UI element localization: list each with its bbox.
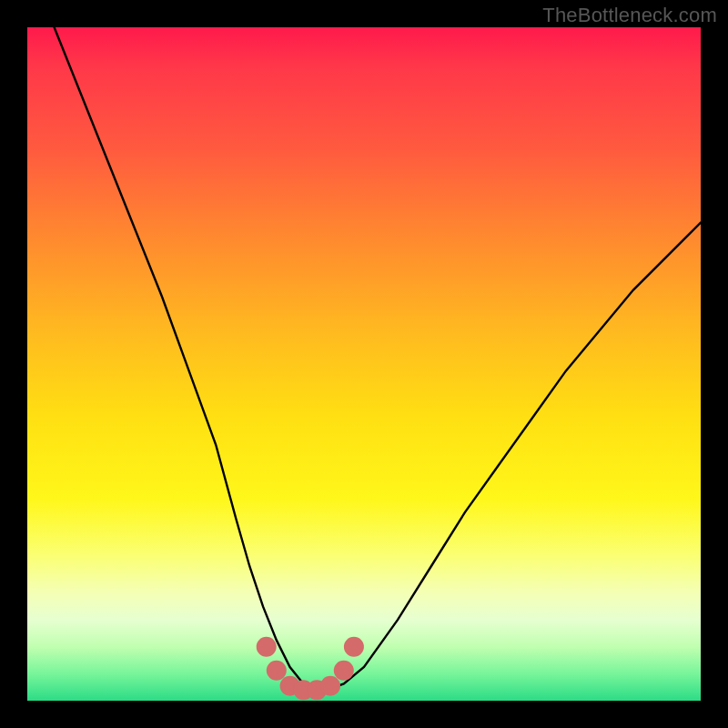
optimal-zone-markers xyxy=(257,637,364,700)
marker-dot xyxy=(344,637,364,657)
marker-dot xyxy=(257,637,277,657)
marker-dot xyxy=(334,661,354,681)
chart-svg xyxy=(27,27,701,701)
marker-dot xyxy=(267,661,287,681)
watermark-text: TheBottleneck.com xyxy=(542,4,717,27)
chart-plot-area xyxy=(27,27,701,701)
bottleneck-curve xyxy=(55,27,701,689)
marker-dot xyxy=(320,676,340,696)
